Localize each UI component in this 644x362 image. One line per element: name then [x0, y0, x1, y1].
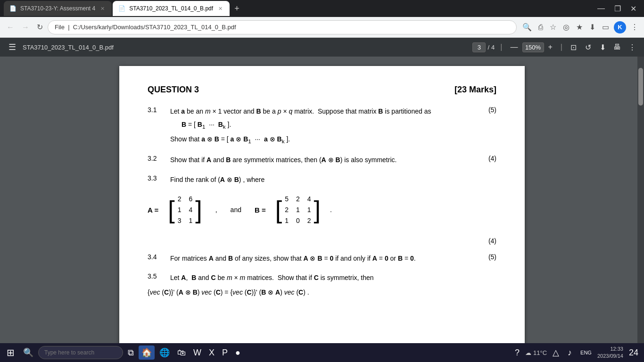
- q33-content: Find the rank of (A ⊗ B) , where: [170, 174, 496, 186]
- q31-partition: B = [ B1 ··· Bk ].: [182, 119, 478, 132]
- taskbar-task-view[interactable]: ⧉: [125, 346, 137, 360]
- start-button[interactable]: ⊞: [3, 345, 18, 360]
- window-icon-btn[interactable]: ▭: [600, 21, 611, 33]
- forward-button[interactable]: →: [19, 21, 32, 33]
- download-icon-btn[interactable]: ⬇: [587, 21, 597, 33]
- question-3-1: 3.1 Let a be an m × 1 vector and B be a …: [148, 106, 496, 146]
- matrix-A-cells: 2 6 1 4 3 1: [176, 193, 195, 227]
- q33-points-row: (4): [148, 237, 496, 245]
- rotate-button[interactable]: ↺: [583, 41, 594, 53]
- tab-assessment-label: STA3710-23-Y: Assessment 4: [20, 5, 95, 12]
- q31-content: Let a be an m × 1 vector and B be a p × …: [170, 106, 478, 146]
- taskbar-temp: 11°C: [533, 349, 547, 356]
- pdf-page: QUESTION 3 [23 Marks] 3.1 Let a be an m …: [119, 66, 525, 343]
- tab-assessment-favicon: 📄: [9, 5, 17, 12]
- star-icon-btn[interactable]: ☆: [548, 21, 558, 33]
- matrix-B-r2c3: 1: [307, 205, 311, 215]
- back-button[interactable]: ←: [4, 21, 17, 33]
- taskbar-chrome[interactable]: ●: [232, 346, 243, 360]
- taskbar-explorer[interactable]: 🏠: [139, 346, 155, 360]
- pdf-zoom-input[interactable]: [522, 42, 544, 52]
- minimize-button[interactable]: —: [594, 3, 609, 14]
- more-options-button[interactable]: ⋮: [629, 21, 640, 33]
- pdf-scrollbar-thumb[interactable]: [638, 68, 643, 106]
- q31-show-row: Show that a ⊗ B = [ a ⊗ B1 ··· a ⊗ Bk ].: [170, 134, 478, 146]
- pdf-scrollbar[interactable]: [637, 57, 644, 343]
- tab-assessment-close[interactable]: ✕: [99, 5, 106, 12]
- taskbar-date: 2023/09/14: [597, 353, 623, 360]
- q33-B-label: B =: [255, 206, 266, 214]
- taskbar-clock[interactable]: 12:33 2023/09/14: [597, 346, 623, 360]
- taskbar-ppt[interactable]: P: [219, 346, 231, 360]
- q33-A-label: A =: [148, 206, 158, 214]
- matrix-A-r3c2: 1: [189, 216, 192, 226]
- q33-period: .: [330, 206, 332, 214]
- extensions-icon-btn[interactable]: ◎: [561, 21, 571, 33]
- pdf-download-button[interactable]: ⬇: [597, 41, 608, 53]
- q34-points: (5): [478, 253, 496, 261]
- matrix-B-r3c2: 0: [296, 216, 300, 226]
- pdf-menu-button[interactable]: ☰: [6, 41, 19, 53]
- taskbar-network[interactable]: △: [550, 346, 562, 360]
- q33-and: and: [231, 206, 241, 214]
- pdf-print-button[interactable]: 🖶: [611, 41, 623, 53]
- matrix-A-r2c1: 1: [178, 205, 182, 215]
- matrix-B-r2c1: 2: [285, 205, 289, 215]
- matrix-A-bracket-right: ]: [195, 197, 202, 222]
- pdf-title: STA3710_2023_TL_014_0_B.pdf: [23, 44, 469, 51]
- taskbar: ⊞ 🔍 ⧉ 🏠 🌐 🛍 W X P ● ? ☁ 11°C △ ♪ ENG 12:…: [0, 343, 644, 362]
- tab-pdf-close[interactable]: ✕: [217, 5, 224, 12]
- question-title: QUESTION 3: [148, 85, 199, 95]
- tab-pdf[interactable]: 📄 STA3710_2023_TL_014_0_B.pdf ✕: [113, 1, 230, 16]
- pdf-sep2: |: [561, 43, 562, 51]
- pdf-zoom-controls: — +: [508, 42, 555, 52]
- matrix-B-r3c3: 2: [307, 216, 311, 226]
- pdf-content-area: QUESTION 3 [23 Marks] 3.1 Let a be an m …: [0, 57, 644, 343]
- matrix-B-r2c2: 1: [296, 205, 300, 215]
- taskbar-sound[interactable]: ♪: [565, 346, 575, 360]
- matrix-B-bracket-left: [: [275, 197, 282, 222]
- profile-icon-btn[interactable]: ★: [574, 21, 585, 33]
- taskbar-notification[interactable]: 24: [626, 346, 641, 360]
- address-input[interactable]: [48, 20, 517, 34]
- fit-page-button[interactable]: ⊡: [568, 41, 579, 53]
- matrix-A-r3c1: 3: [178, 216, 182, 226]
- tab-pdf-favicon: 📄: [118, 5, 125, 12]
- pdf-page-input[interactable]: [472, 42, 486, 52]
- zoom-in-button[interactable]: +: [546, 42, 555, 52]
- refresh-button[interactable]: ↻: [34, 21, 46, 33]
- share-icon-btn[interactable]: ⎙: [537, 21, 545, 33]
- q31-number: 3.1: [148, 106, 170, 114]
- taskbar-help[interactable]: ?: [512, 346, 522, 360]
- taskbar-lang[interactable]: ENG: [578, 348, 594, 357]
- question-3-4: 3.4 For matrices A and B of any sizes, s…: [148, 253, 496, 264]
- q35-row: 3.5 Let A, B and C be m × m matrices. Sh…: [148, 272, 496, 284]
- taskbar-search-icon[interactable]: 🔍: [20, 346, 36, 360]
- title-bar: 📄 STA3710-23-Y: Assessment 4 ✕ 📄 STA3710…: [0, 0, 644, 17]
- taskbar-edge[interactable]: 🌐: [157, 346, 173, 360]
- matrix-B-bracket-right: ]: [314, 197, 321, 222]
- taskbar-excel[interactable]: X: [206, 346, 217, 360]
- pdf-page-total: 4: [491, 44, 495, 51]
- tab-assessment[interactable]: 📄 STA3710-23-Y: Assessment 4 ✕: [4, 1, 112, 16]
- restore-button[interactable]: ❐: [611, 3, 625, 14]
- taskbar-search-input[interactable]: [38, 346, 123, 359]
- zoom-out-button[interactable]: —: [508, 42, 520, 52]
- taskbar-store[interactable]: 🛍: [174, 346, 189, 360]
- taskbar-word[interactable]: W: [190, 346, 204, 360]
- matrix-B-r1c3: 4: [307, 194, 311, 204]
- matrix-A-r1c2: 6: [189, 194, 192, 204]
- close-button[interactable]: ✕: [627, 3, 640, 14]
- search-icon-btn[interactable]: 🔍: [520, 21, 534, 33]
- matrix-A-r1c1: 2: [178, 194, 182, 204]
- pdf-more-button[interactable]: ⋮: [626, 41, 638, 53]
- q32-content: Show that if A and B are symmetrix matri…: [170, 155, 478, 166]
- q33-points: (4): [478, 237, 496, 245]
- profile-avatar[interactable]: K: [614, 21, 626, 33]
- q34-content: For matrices A and B of any sizes, show …: [170, 253, 478, 264]
- window-controls: — ❐ ✕: [594, 3, 640, 14]
- q32-number: 3.2: [148, 155, 170, 162]
- q33-matrices: A = [ 2 6 1 4 3 1 ] , and B =: [148, 193, 332, 227]
- q35-formula: {vec (C)}' (A ⊗ B) vec (C) = {vec (C)}' …: [148, 288, 309, 296]
- new-tab-button[interactable]: +: [231, 4, 243, 14]
